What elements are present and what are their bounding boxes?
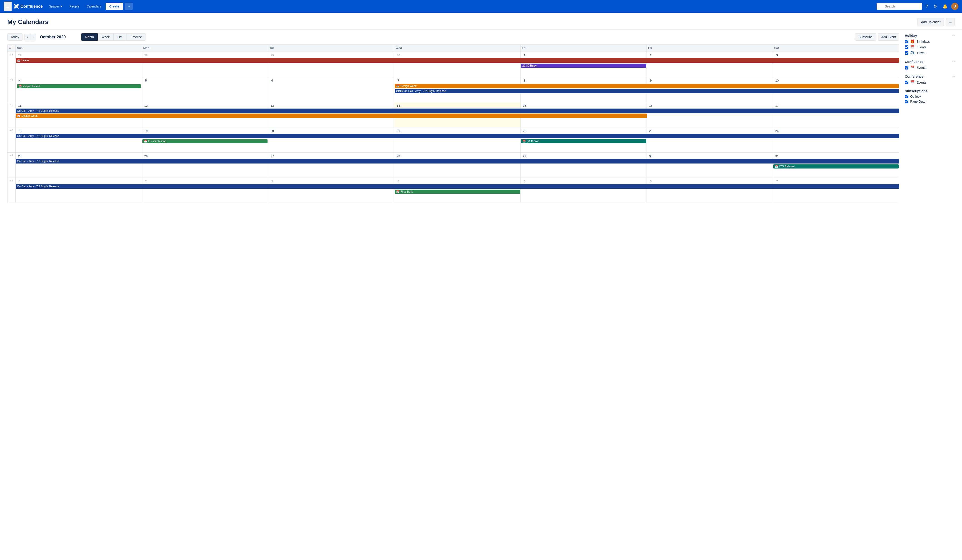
subscribe-button[interactable]: Subscribe — [855, 33, 876, 40]
sidebar-section-subscriptions: Subscriptions Outlook PagerDuty — [905, 89, 955, 103]
sidebar-confluence-title: Confluence — [905, 60, 923, 64]
week-num-42: 42 — [8, 127, 16, 152]
cal-day-18[interactable]: 18 — [16, 127, 142, 152]
cal-day-nov1[interactable]: 1 — [16, 178, 142, 203]
cal-day-nov2[interactable]: 2 — [142, 178, 268, 203]
notifications-button[interactable]: 🔔 — [941, 2, 949, 11]
cal-day-nov5[interactable]: 5 — [521, 178, 647, 203]
calendar-sidebar: Holiday ··· 🎁 Birthdays 📅 Events ✈️ Trav… — [905, 33, 955, 203]
calendar-area: Today ‹ › October 2020 Month Week List T… — [0, 30, 962, 207]
cal-day-30[interactable]: 30 — [394, 52, 521, 77]
cal-day-28[interactable]: 28 — [394, 153, 521, 178]
tab-timeline[interactable]: Timeline — [126, 33, 146, 40]
travel-checkbox[interactable] — [905, 51, 909, 55]
week-num-39: 39 — [8, 52, 16, 77]
cal-day-5[interactable]: 5 — [142, 77, 268, 102]
sidebar-holiday-more[interactable]: ··· — [952, 33, 955, 37]
final-build-event[interactable]: 📅 Final Build — [395, 190, 520, 194]
week-44: 44 1 2 3 4 5 6 7 On Call - Amy - 7.2 Bug… — [8, 178, 899, 203]
on-call-event-40[interactable]: 21:00 On Call - Amy - 7.2 Bugfix Release — [395, 89, 899, 93]
avatar[interactable]: U — [951, 3, 958, 10]
cal-day-29[interactable]: 29 — [268, 52, 394, 77]
confluence-logo[interactable]: Confluence — [14, 4, 43, 9]
design-week-event-40[interactable]: 📅 Design Week — [395, 84, 899, 88]
sidebar-item-travel: ✈️ Travel — [905, 51, 955, 55]
on-call-event-44[interactable]: On Call - Amy - 7.2 Bugfix Release — [16, 184, 899, 189]
topnav: ☰ Confluence Spaces ▾ People Calendars C… — [0, 0, 962, 13]
cal-day-oct2[interactable]: 2 — [647, 52, 773, 77]
cal-day-nov6[interactable]: 6 — [647, 178, 773, 203]
page-more-button[interactable]: ··· — [946, 18, 955, 26]
birthdays-label: Birthdays — [917, 40, 930, 44]
sidebar-section-confluence: Confluence ··· 📅 Events — [905, 60, 955, 70]
conference-events-checkbox[interactable] — [905, 81, 909, 84]
cal-day-27b[interactable]: 27 — [268, 153, 394, 178]
lts-release-event[interactable]: 📅 LTS Release — [773, 165, 899, 168]
add-event-button[interactable]: Add Event — [878, 33, 899, 40]
spaces-nav[interactable]: Spaces ▾ — [46, 3, 65, 10]
header-actions: Add Calendar ··· — [917, 18, 955, 26]
prev-month-button[interactable]: ‹ — [24, 34, 30, 40]
holiday-events-checkbox[interactable] — [905, 45, 909, 49]
cal-day-21[interactable]: 21 — [394, 127, 521, 152]
sidebar-item-conference-events: 📅 Events — [905, 80, 955, 84]
logo-text: Confluence — [21, 4, 43, 9]
cal-day-20[interactable]: 20 — [268, 127, 394, 152]
calendar-main: Today ‹ › October 2020 Month Week List T… — [7, 33, 899, 203]
on-call-event-41[interactable]: On Call - Amy - 7.2 Bugfix Release — [16, 108, 899, 113]
on-call-event-43[interactable]: On Call - Amy - 7.2 Bugfix Release — [16, 159, 899, 163]
confluence-events-icon: 📅 — [910, 65, 915, 70]
cal-day-6[interactable]: 6 — [268, 77, 394, 102]
project-kickoff-icon: 📅 — [18, 85, 22, 88]
conference-events-icon: 📅 — [910, 80, 915, 84]
create-button[interactable]: Create — [106, 3, 123, 10]
col-thu: Thu — [521, 45, 647, 52]
more-button[interactable]: ··· — [125, 3, 133, 10]
pagerduty-checkbox[interactable] — [905, 100, 909, 103]
cal-day-4[interactable]: 4 📅 Project Kickoff — [16, 77, 142, 102]
cal-day-23[interactable]: 23 — [647, 127, 773, 152]
cal-day-30[interactable]: 30 — [647, 153, 773, 178]
cal-day-24[interactable]: 24 — [773, 127, 899, 152]
cal-day-29[interactable]: 29 — [521, 153, 647, 178]
cal-day-26[interactable]: 26 — [142, 153, 268, 178]
outlook-checkbox[interactable] — [905, 95, 909, 98]
cal-day-27[interactable]: 27 — [16, 52, 142, 77]
sidebar-conference-title: Conference — [905, 74, 923, 78]
tab-week[interactable]: Week — [98, 33, 113, 40]
calendar-toolbar: Today ‹ › October 2020 Month Week List T… — [7, 33, 899, 40]
cal-day-nov7[interactable]: 7 — [773, 178, 899, 203]
add-calendar-button[interactable]: Add Calendar — [917, 18, 944, 26]
cal-day-28[interactable]: 28 — [142, 52, 268, 77]
project-kickoff-event[interactable]: 📅 Project Kickoff — [17, 84, 141, 88]
qa-kickoff-event[interactable]: 📅 QA Kickoff — [521, 139, 646, 143]
sidebar-confluence-more[interactable]: ··· — [952, 60, 955, 64]
birthdays-checkbox[interactable] — [905, 40, 909, 44]
calendars-nav[interactable]: Calendars — [84, 3, 104, 10]
tab-list[interactable]: List — [113, 33, 126, 40]
design-week-event-41[interactable]: 📅 Design Week — [16, 113, 647, 118]
on-call-event-42[interactable]: On Call - Amy - 7.2 Bugfix Release — [16, 134, 899, 138]
confluence-events-checkbox[interactable] — [905, 66, 909, 69]
today-button[interactable]: Today — [7, 33, 23, 40]
busy-event[interactable]: 20:30 Busy — [521, 64, 646, 68]
help-button[interactable]: ? — [924, 2, 930, 11]
search-input[interactable] — [876, 3, 922, 10]
people-nav[interactable]: People — [67, 3, 82, 10]
installer-testing-event[interactable]: 📅 Installer testing — [142, 139, 268, 143]
tab-month[interactable]: Month — [81, 33, 98, 40]
settings-button[interactable]: ⚙ — [931, 2, 939, 11]
week-42: 42 18 19 20 21 22 23 24 On Call - Amy - … — [8, 127, 899, 153]
cal-day-25[interactable]: 25 — [16, 153, 142, 178]
sidebar-item-outlook: Outlook — [905, 95, 955, 98]
leave-event[interactable]: 📅 Leave — [16, 58, 899, 63]
hamburger-menu-button[interactable]: ☰ — [4, 2, 12, 11]
view-tabs: Month Week List Timeline — [81, 33, 146, 40]
col-sat: Sat — [773, 45, 899, 52]
next-month-button[interactable]: › — [30, 34, 36, 40]
cal-day-oct3[interactable]: 3 — [773, 52, 899, 77]
cal-day-nov3[interactable]: 3 — [268, 178, 394, 203]
col-tue: Tue — [268, 45, 394, 52]
sidebar-conference-more[interactable]: ··· — [952, 74, 955, 78]
week-num-41: 41 — [8, 102, 16, 127]
